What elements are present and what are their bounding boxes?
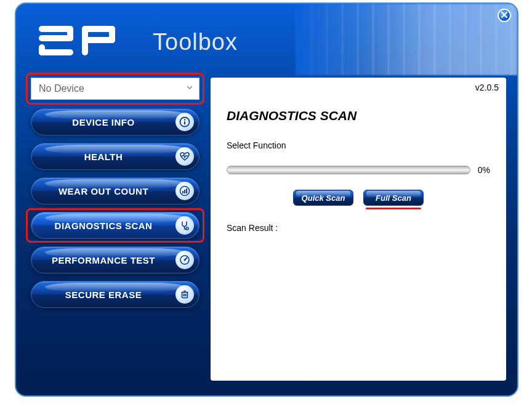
svg-rect-2	[39, 49, 73, 55]
progress-row: 0%	[227, 165, 490, 175]
main-panel: v2.0.5 DIAGNOSTICS SCAN Select Function …	[211, 78, 506, 381]
sidebar-item-performance[interactable]: PERFORMANCE TEST	[31, 246, 200, 273]
svg-rect-11	[184, 121, 185, 124]
full-scan-label: Full Scan	[376, 193, 411, 203]
sidebar-item-health[interactable]: HEALTH	[31, 143, 200, 170]
gauge-icon	[175, 251, 194, 269]
close-icon	[501, 10, 508, 21]
panel-title: DIAGNOSTICS SCAN	[227, 108, 490, 123]
svg-rect-8	[82, 37, 115, 43]
sidebar-item-diagnostics[interactable]: DIAGNOSTICS SCAN	[31, 212, 200, 239]
scan-buttons: Quick Scan Full Scan	[227, 190, 490, 206]
device-selector[interactable]: No Device	[31, 78, 200, 100]
logo-area: Toolbox	[36, 21, 238, 63]
app-window: Toolbox No Device DEVICE INFO	[15, 2, 518, 397]
sidebar-item-label: WEAR OUT COUNT	[31, 186, 175, 196]
svg-rect-15	[186, 188, 187, 193]
sp-logo	[36, 21, 134, 63]
sidebar-item-wear-out[interactable]: WEAR OUT COUNT	[31, 177, 200, 204]
close-button[interactable]	[498, 9, 511, 22]
version-label: v2.0.5	[475, 83, 499, 92]
full-scan-button[interactable]: Full Scan	[363, 190, 424, 206]
svg-point-10	[184, 119, 185, 120]
chart-icon	[175, 182, 194, 200]
app-title: Toolbox	[153, 29, 238, 55]
sidebar-item-label: SECURE ERASE	[31, 290, 175, 300]
sidebar-item-label: HEALTH	[31, 152, 175, 162]
svg-point-16	[186, 227, 188, 230]
sidebar-item-label: DIAGNOSTICS SCAN	[31, 221, 175, 231]
panel-subtitle: Select Function	[227, 140, 490, 150]
chevron-down-icon	[185, 83, 194, 94]
sidebar: No Device DEVICE INFO HEALTH	[26, 78, 204, 315]
header: Toolbox	[16, 4, 517, 75]
progress-bar	[227, 166, 470, 174]
header-background	[296, 4, 517, 75]
trash-icon	[175, 285, 194, 304]
scan-result-label: Scan Result :	[227, 223, 490, 233]
sidebar-item-label: PERFORMANCE TEST	[31, 255, 175, 265]
body-area: No Device DEVICE INFO HEALTH	[16, 75, 517, 395]
progress-percent: 0%	[478, 165, 490, 175]
sidebar-item-device-info[interactable]: DEVICE INFO	[31, 108, 200, 136]
stethoscope-icon	[175, 216, 194, 235]
quick-scan-button[interactable]: Quick Scan	[293, 190, 353, 206]
highlight-full-scan	[366, 208, 421, 209]
svg-point-18	[184, 259, 186, 261]
device-selector-wrap: No Device	[31, 78, 200, 100]
device-selector-value: No Device	[39, 83, 84, 94]
svg-rect-13	[182, 191, 183, 193]
quick-scan-label: Quick Scan	[302, 193, 345, 203]
svg-rect-4	[39, 26, 73, 32]
heart-icon	[175, 147, 194, 166]
info-icon	[175, 113, 194, 131]
svg-rect-14	[184, 190, 185, 193]
sidebar-item-label: DEVICE INFO	[31, 117, 175, 128]
sidebar-item-secure-erase[interactable]: SECURE ERASE	[31, 281, 200, 308]
